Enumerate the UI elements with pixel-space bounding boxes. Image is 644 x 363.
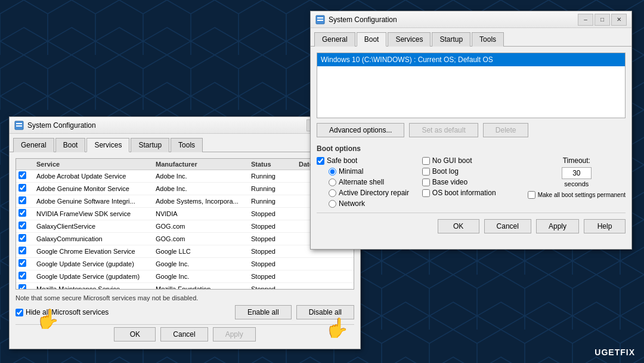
hide-checkbox-row: Hide all Microsoft services xyxy=(16,308,109,316)
service-row: Google Update Service (gupdatem)Google I… xyxy=(16,270,354,283)
boot-close-btn[interactable]: ✕ xyxy=(611,14,627,26)
os-boot-checkbox[interactable] xyxy=(422,189,430,197)
boot-opts-right: No GUI boot Boot log Base video OS boot … xyxy=(422,156,522,210)
minimal-radio[interactable] xyxy=(329,168,336,176)
services-title-icon xyxy=(14,121,24,130)
service-checkbox-4[interactable] xyxy=(18,222,26,229)
boot-tab-startup[interactable]: Startup xyxy=(432,32,470,47)
advanced-options-btn[interactable]: Advanced options... xyxy=(317,123,404,137)
service-checkbox-9[interactable] xyxy=(18,284,26,290)
boot-cancel-btn[interactable]: Cancel xyxy=(484,219,531,233)
services-cancel-btn[interactable]: Cancel xyxy=(160,327,208,342)
service-checkbox-3[interactable] xyxy=(18,209,26,217)
os-boot-row: OS boot information xyxy=(422,189,522,197)
enable-all-btn[interactable]: Enable all xyxy=(235,305,292,319)
boot-tab-boot[interactable]: Boot xyxy=(357,32,387,47)
alternate-shell-radio[interactable] xyxy=(329,179,336,186)
footer-divider xyxy=(16,324,354,325)
boot-window: System Configuration – □ ✕ General Boot … xyxy=(310,11,632,250)
hide-microsoft-checkbox[interactable] xyxy=(16,309,23,316)
services-apply-btn[interactable]: Apply xyxy=(213,327,256,342)
base-video-checkbox[interactable] xyxy=(422,179,430,186)
active-dir-row: Active Directory repair xyxy=(317,189,416,197)
network-radio[interactable] xyxy=(329,200,336,208)
services-content: Service Manufacturer Status Date Disable… xyxy=(10,152,360,347)
active-dir-radio[interactable] xyxy=(329,189,336,197)
boot-maximize-btn[interactable]: □ xyxy=(595,14,610,26)
service-manufacturer-0: Adobe Inc. xyxy=(156,173,251,180)
service-name-4: GalaxyClientService xyxy=(36,223,156,230)
service-name-5: GalaxyCommunication xyxy=(36,235,156,242)
minimal-label: Minimal xyxy=(339,167,363,176)
boot-title-text: System Configuration xyxy=(329,16,578,24)
boot-tab-bar: General Boot Services Startup Tools xyxy=(311,28,631,47)
active-dir-label: Active Directory repair xyxy=(339,189,409,197)
set-default-btn[interactable]: Set as default xyxy=(409,123,478,137)
col-check xyxy=(18,161,36,168)
timeout-label: Timeout: xyxy=(528,156,626,165)
services-list[interactable]: Service Manufacturer Status Date Disable… xyxy=(16,158,354,290)
service-name-6: Google Chrome Elevation Service xyxy=(36,248,156,255)
service-checkbox-1[interactable] xyxy=(18,184,26,192)
service-manufacturer-3: NVIDIA xyxy=(156,210,251,217)
service-name-3: NVIDIA FrameView SDK service xyxy=(36,210,156,217)
service-name-0: Adobe Acrobat Update Service xyxy=(36,173,156,180)
no-gui-row: No GUI boot xyxy=(422,156,522,165)
service-manufacturer-6: Google LLC xyxy=(156,248,251,255)
disable-all-btn[interactable]: Disable all xyxy=(296,305,354,319)
service-row: Adobe Genuine Monitor ServiceAdobe Inc.R… xyxy=(16,183,354,195)
watermark: UGETFIX xyxy=(595,347,635,357)
safe-boot-checkbox[interactable] xyxy=(317,157,324,165)
boot-content: Windows 10 (C:\WINDOWS) : Current OS; De… xyxy=(311,47,631,239)
service-checkbox-6[interactable] xyxy=(18,247,26,254)
service-checkbox-5[interactable] xyxy=(18,234,26,242)
tab-boot[interactable]: Boot xyxy=(55,138,86,152)
delete-btn[interactable]: Delete xyxy=(483,123,529,137)
boot-bottom-buttons: OK Cancel Apply Help xyxy=(317,219,626,233)
service-rows-container: Adobe Acrobat Update ServiceAdobe Inc.Ru… xyxy=(16,170,354,290)
boot-tab-services[interactable]: Services xyxy=(388,32,431,47)
timeout-input[interactable] xyxy=(562,167,592,179)
service-status-5: Stopped xyxy=(251,235,299,242)
services-header: Service Manufacturer Status Date Disable xyxy=(16,159,354,170)
service-row: NVIDIA FrameView SDK serviceNVIDIAStoppe… xyxy=(16,208,354,220)
service-manufacturer-4: GOG.com xyxy=(156,223,251,230)
service-status-7: Stopped xyxy=(251,260,299,267)
services-tab-bar: General Boot Services Startup Tools xyxy=(10,134,360,152)
services-ok-btn[interactable]: OK xyxy=(114,327,156,342)
service-checkbox-7[interactable] xyxy=(18,259,26,267)
services-window: System Configuration – □ ✕ General Boot … xyxy=(9,116,361,349)
no-gui-label: No GUI boot xyxy=(432,156,472,165)
boot-apply-btn[interactable]: Apply xyxy=(536,219,579,233)
services-bottom-buttons: OK Cancel Apply xyxy=(16,327,354,342)
boot-actions: Advanced options... Set as default Delet… xyxy=(317,123,626,137)
no-gui-checkbox[interactable] xyxy=(422,157,430,165)
make-permanent-checkbox[interactable] xyxy=(528,191,535,199)
make-permanent-label: Make all boot settings permanent xyxy=(538,191,626,199)
svg-rect-8 xyxy=(317,17,323,19)
boot-opts-left: Safe boot Minimal Alternate shell Active… xyxy=(317,156,416,210)
service-checkbox-0[interactable] xyxy=(18,171,26,179)
service-checkbox-8[interactable] xyxy=(18,272,26,279)
boot-os-list[interactable]: Windows 10 (C:\WINDOWS) : Current OS; De… xyxy=(317,53,626,118)
boot-tab-general[interactable]: General xyxy=(314,32,355,47)
tab-tools[interactable]: Tools xyxy=(171,138,203,152)
service-manufacturer-1: Adobe Inc. xyxy=(156,185,251,192)
boot-ok-btn[interactable]: OK xyxy=(438,219,479,233)
safe-boot-label: Safe boot xyxy=(327,156,357,165)
services-titlebar: System Configuration – □ ✕ xyxy=(10,117,360,134)
timeout-section: Timeout: seconds Make all boot settings … xyxy=(528,156,626,210)
tab-general[interactable]: General xyxy=(13,138,54,152)
tab-services[interactable]: Services xyxy=(86,138,129,152)
boot-minimize-btn[interactable]: – xyxy=(578,14,593,26)
boot-title-icon xyxy=(315,15,325,24)
col-manufacturer: Manufacturer xyxy=(156,161,251,168)
service-name-7: Google Update Service (gupdate) xyxy=(36,260,156,267)
boot-tab-tools[interactable]: Tools xyxy=(472,32,504,47)
boot-log-checkbox[interactable] xyxy=(422,168,430,176)
boot-help-btn[interactable]: Help xyxy=(584,219,626,233)
boot-os-entry[interactable]: Windows 10 (C:\WINDOWS) : Current OS; De… xyxy=(317,53,625,66)
service-checkbox-2[interactable] xyxy=(18,196,26,204)
tab-startup[interactable]: Startup xyxy=(131,138,169,152)
boot-options-area: Safe boot Minimal Alternate shell Active… xyxy=(317,156,626,210)
